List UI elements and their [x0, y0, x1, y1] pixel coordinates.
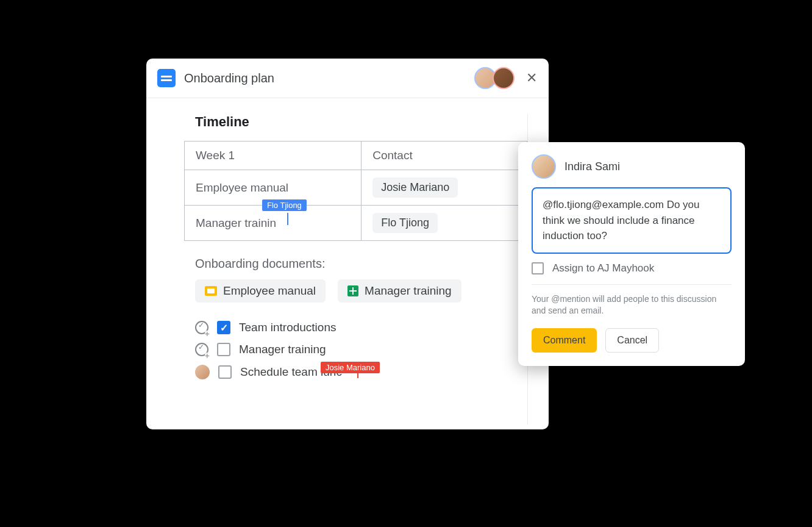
- document-chips-row: Employee manual Manager training: [195, 279, 527, 303]
- avatar-collaborator-2[interactable]: [493, 67, 515, 89]
- document-header: Onboarding plan ✕: [146, 59, 549, 98]
- doc-chip-slides[interactable]: Employee manual: [195, 279, 326, 303]
- table-row: Employee manual Josie Mariano: [185, 170, 527, 206]
- documents-subtitle: Onboarding documents:: [195, 257, 527, 271]
- document-sheet[interactable]: Timeline Week 1 Contact Employee manual …: [184, 114, 528, 425]
- collab-cursor-blue: [287, 213, 288, 225]
- collab-cursor-tag-blue: Flo Tjiong: [262, 199, 307, 211]
- task-label[interactable]: Manager training: [239, 343, 326, 356]
- comment-author-name: Indira Sami: [564, 160, 620, 173]
- assign-task-icon[interactable]: [195, 321, 208, 334]
- table-cell[interactable]: Flo Tjiong: [361, 206, 527, 241]
- doc-chip-label: Employee manual: [223, 284, 316, 298]
- sheets-icon: [347, 285, 358, 296]
- task-label[interactable]: Team introductions: [239, 321, 336, 334]
- document-body: Timeline Week 1 Contact Employee manual …: [146, 98, 549, 425]
- collaborator-avatars: [474, 67, 515, 89]
- task-checkbox[interactable]: [217, 321, 230, 334]
- assign-checkbox[interactable]: [532, 262, 544, 274]
- table-cell[interactable]: Josie Mariano: [361, 170, 527, 206]
- close-icon[interactable]: ✕: [525, 72, 538, 84]
- table-row: Manager trainin Flo Tjiong: [185, 206, 527, 241]
- document-window: Onboarding plan ✕ Timeline Week 1 Contac…: [146, 59, 549, 429]
- assign-row[interactable]: Assign to AJ Mayhook: [532, 262, 732, 274]
- assign-label: Assign to AJ Mayhook: [552, 262, 654, 274]
- task-row: Team introductions: [195, 321, 527, 334]
- assignee-avatar-icon[interactable]: [195, 365, 210, 379]
- table-cell-text: Manager trainin: [196, 217, 276, 229]
- table-row: Week 1 Contact: [185, 142, 527, 170]
- collab-cursor-tag-red: Josie Mariano: [321, 362, 380, 373]
- table-header-contact[interactable]: Contact: [361, 142, 527, 170]
- contact-chip[interactable]: Flo Tjiong: [372, 213, 438, 233]
- table-header-week[interactable]: Week 1: [185, 142, 361, 170]
- doc-chip-label: Manager training: [365, 284, 452, 298]
- task-row: Manager training: [195, 343, 527, 356]
- slides-icon: [205, 286, 217, 296]
- mention-hint: Your @mention will add people to this di…: [532, 293, 732, 317]
- comment-button[interactable]: Comment: [532, 328, 597, 353]
- task-checkbox[interactable]: [217, 343, 230, 356]
- task-checkbox[interactable]: [218, 365, 232, 379]
- comment-author-avatar[interactable]: [532, 154, 556, 179]
- doc-chip-sheets[interactable]: Manager training: [338, 279, 461, 303]
- google-docs-icon: [157, 69, 176, 87]
- comment-popup: Indira Sami @flo.tjiong@example.com Do y…: [518, 142, 745, 366]
- contact-chip[interactable]: Josie Mariano: [372, 177, 458, 198]
- assign-task-icon[interactable]: [195, 343, 208, 356]
- cancel-button[interactable]: Cancel: [605, 328, 659, 353]
- section-title: Timeline: [195, 114, 527, 130]
- comment-textarea[interactable]: @flo.tjiong@example.com Do you think we …: [532, 187, 732, 254]
- comment-header: Indira Sami: [532, 154, 732, 179]
- document-title[interactable]: Onboarding plan: [184, 71, 274, 85]
- divider: [532, 284, 732, 285]
- comment-actions: Comment Cancel: [532, 328, 732, 353]
- timeline-table[interactable]: Week 1 Contact Employee manual Josie Mar…: [184, 141, 527, 241]
